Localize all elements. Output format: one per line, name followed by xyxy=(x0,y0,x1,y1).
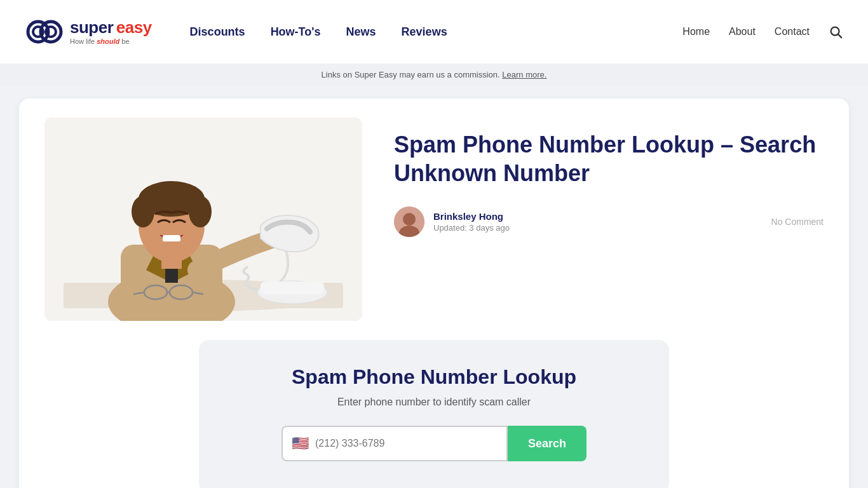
no-comment-label: No Comment xyxy=(771,217,824,227)
phone-input-wrapper: 🇺🇸 xyxy=(281,426,508,461)
article-image xyxy=(44,118,362,321)
commission-text: Links on Super Easy may earn us a commis… xyxy=(322,70,500,79)
phone-number-input[interactable] xyxy=(315,438,498,449)
lookup-input-row: 🇺🇸 Search xyxy=(281,426,587,461)
nav-reviews[interactable]: Reviews xyxy=(402,25,447,39)
nav-discounts[interactable]: Discounts xyxy=(190,25,245,39)
search-toggle-button[interactable] xyxy=(829,25,843,39)
learn-more-link[interactable]: Learn more. xyxy=(502,70,546,79)
author-info: Brinksley Hong Updated: 3 days ago xyxy=(433,211,510,233)
article-top: Spam Phone Number Lookup – Search Unknow… xyxy=(44,118,824,321)
author-name: Brinksley Hong xyxy=(433,211,510,222)
nav-news[interactable]: News xyxy=(346,25,376,39)
lookup-widget: Spam Phone Number Lookup Enter phone num… xyxy=(199,340,669,488)
article-card: Spam Phone Number Lookup – Search Unknow… xyxy=(19,98,849,488)
logo-tagline-em: should xyxy=(97,37,119,45)
logo-easy: easy xyxy=(116,18,152,37)
site-logo[interactable]: super easy How life should be xyxy=(25,13,152,51)
logo-text: super easy How life should be xyxy=(70,18,152,46)
article-title: Spam Phone Number Lookup – Search Unknow… xyxy=(394,130,824,187)
lookup-search-button[interactable]: Search xyxy=(508,426,587,461)
lookup-widget-title: Spam Phone Number Lookup xyxy=(224,365,644,389)
main-nav: Discounts How-To's News Reviews xyxy=(190,25,683,39)
lookup-widget-subtitle: Enter phone number to identify scam call… xyxy=(224,396,644,408)
article-content: Spam Phone Number Lookup – Search Unknow… xyxy=(394,118,824,237)
main-content: Spam Phone Number Lookup – Search Unknow… xyxy=(0,86,868,488)
nav-home[interactable]: Home xyxy=(682,26,710,37)
commission-bar: Links on Super Easy may earn us a commis… xyxy=(0,64,868,86)
svg-rect-27 xyxy=(261,281,324,294)
logo-icon xyxy=(25,13,64,51)
search-icon xyxy=(829,25,843,39)
site-header: super easy How life should be Discounts … xyxy=(0,0,868,64)
svg-point-16 xyxy=(132,196,154,227)
right-nav: Home About Contact xyxy=(682,25,843,39)
svg-point-17 xyxy=(189,196,212,227)
logo-tagline: How life should be xyxy=(70,37,152,45)
svg-rect-19 xyxy=(161,256,182,269)
svg-point-29 xyxy=(403,213,416,226)
author-row: Brinksley Hong Updated: 3 days ago No Co… xyxy=(394,207,824,237)
nav-contact[interactable]: Contact xyxy=(775,26,810,37)
us-flag-icon: 🇺🇸 xyxy=(292,435,309,452)
svg-rect-18 xyxy=(163,235,180,241)
logo-super: super xyxy=(70,18,113,37)
author-avatar xyxy=(394,207,424,237)
author-updated: Updated: 3 days ago xyxy=(433,223,510,233)
nav-howtos[interactable]: How-To's xyxy=(271,25,321,39)
nav-about[interactable]: About xyxy=(729,26,756,37)
svg-line-5 xyxy=(838,34,841,37)
